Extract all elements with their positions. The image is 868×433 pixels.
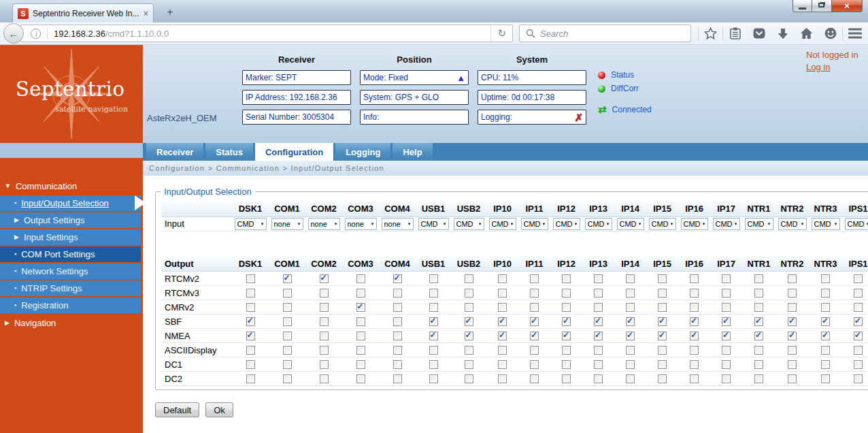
output-checkbox-sbf-ntr3[interactable]: ✓ xyxy=(821,317,830,326)
sidebar-item-com-port-settings[interactable]: ▪COM Port Settings xyxy=(0,246,141,262)
output-checkbox-sbf-com2[interactable]: ✓ xyxy=(320,317,329,326)
restore-button[interactable] xyxy=(812,0,831,12)
output-checkbox-asciidisplay-ip13[interactable]: ✓ xyxy=(594,346,603,355)
output-checkbox-dc2-ip17[interactable]: ✓ xyxy=(722,374,731,383)
output-checkbox-asciidisplay-ip12[interactable]: ✓ xyxy=(562,346,571,355)
input-select-usb2[interactable]: CMD▼ xyxy=(454,218,484,230)
output-checkbox-rtcmv3-dsk1[interactable]: ✓ xyxy=(246,289,255,298)
output-checkbox-dc2-com2[interactable]: ✓ xyxy=(320,374,329,383)
output-checkbox-dc1-ip13[interactable]: ✓ xyxy=(594,360,603,369)
output-checkbox-rtcmv2-ip13[interactable]: ✓ xyxy=(594,274,603,283)
output-checkbox-rtcmv2-ip17[interactable]: ✓ xyxy=(722,274,731,283)
input-select-usb1[interactable]: CMD▼ xyxy=(418,218,449,230)
output-checkbox-dc1-dsk1[interactable]: ✓ xyxy=(246,360,255,369)
output-checkbox-nmea-ip10[interactable]: ✓ xyxy=(498,332,507,340)
output-checkbox-dc2-dsk1[interactable]: ✓ xyxy=(246,374,255,383)
output-checkbox-dc1-ip17[interactable]: ✓ xyxy=(722,360,731,369)
output-checkbox-sbf-ip13[interactable]: ✓ xyxy=(594,317,603,326)
input-select-ntr1[interactable]: CMD▼ xyxy=(745,218,773,230)
browser-tab[interactable]: S Septentrio Receiver Web In... × xyxy=(12,3,154,22)
output-checkbox-asciidisplay-ip16[interactable]: ✓ xyxy=(690,346,699,355)
default-button[interactable]: Default xyxy=(155,402,199,417)
output-checkbox-dc1-ip12[interactable]: ✓ xyxy=(562,360,571,369)
output-checkbox-asciidisplay-com3[interactable]: ✓ xyxy=(356,346,365,355)
output-checkbox-rtcmv3-com1[interactable]: ✓ xyxy=(283,289,292,298)
output-checkbox-dc1-com3[interactable]: ✓ xyxy=(356,360,365,369)
output-checkbox-rtcmv2-ip16[interactable]: ✓ xyxy=(690,274,699,283)
output-checkbox-dc2-ip10[interactable]: ✓ xyxy=(498,374,507,383)
output-checkbox-dc1-ips1[interactable]: ✓ xyxy=(854,360,863,369)
output-checkbox-dc1-com1[interactable]: ✓ xyxy=(283,360,292,369)
output-checkbox-rtcmv3-ip15[interactable]: ✓ xyxy=(658,289,667,298)
input-select-ntr3[interactable]: CMD▼ xyxy=(812,218,840,230)
output-checkbox-dc1-ntr1[interactable]: ✓ xyxy=(754,360,763,369)
output-checkbox-cmrv2-com4[interactable]: ✓ xyxy=(393,303,402,312)
output-checkbox-asciidisplay-ip17[interactable]: ✓ xyxy=(722,346,731,355)
output-checkbox-asciidisplay-ip14[interactable]: ✓ xyxy=(626,346,635,355)
tab-status[interactable]: Status xyxy=(205,143,253,161)
output-checkbox-dc1-usb1[interactable]: ✓ xyxy=(429,360,438,369)
output-checkbox-sbf-usb1[interactable]: ✓ xyxy=(429,317,438,326)
input-select-ip16[interactable]: CMD▼ xyxy=(681,218,708,230)
back-button[interactable]: ← xyxy=(3,23,24,44)
input-select-ntr2[interactable]: CMD▼ xyxy=(778,218,807,230)
output-checkbox-sbf-ip10[interactable]: ✓ xyxy=(498,317,507,326)
home-icon[interactable] xyxy=(795,27,818,39)
output-checkbox-dc2-com1[interactable]: ✓ xyxy=(283,374,292,383)
output-checkbox-rtcmv2-ip11[interactable]: ✓ xyxy=(530,274,539,283)
output-checkbox-sbf-ip15[interactable]: ✓ xyxy=(658,317,667,326)
output-checkbox-sbf-ntr2[interactable]: ✓ xyxy=(788,317,797,326)
output-checkbox-sbf-ip11[interactable]: ✓ xyxy=(530,317,539,326)
output-checkbox-nmea-ntr1[interactable]: ✓ xyxy=(754,332,763,340)
output-checkbox-nmea-ip16[interactable]: ✓ xyxy=(690,332,699,340)
output-checkbox-asciidisplay-dsk1[interactable]: ✓ xyxy=(246,346,255,355)
output-checkbox-nmea-usb1[interactable]: ✓ xyxy=(429,332,438,340)
url-bar[interactable]: i 192.168.2.36/cmd?1.1.10.0.0 ↻ xyxy=(20,25,513,42)
output-checkbox-cmrv2-dsk1[interactable]: ✓ xyxy=(246,303,255,312)
input-select-com3[interactable]: none▼ xyxy=(345,218,377,230)
output-checkbox-dc1-com4[interactable]: ✓ xyxy=(393,360,402,369)
output-checkbox-rtcmv2-dsk1[interactable]: ✓ xyxy=(246,274,255,283)
tab-help[interactable]: Help xyxy=(393,143,432,161)
output-checkbox-cmrv2-usb2[interactable]: ✓ xyxy=(465,303,473,312)
output-checkbox-nmea-ip13[interactable]: ✓ xyxy=(594,332,603,340)
output-checkbox-dc1-ip16[interactable]: ✓ xyxy=(690,360,699,369)
output-checkbox-rtcmv2-com3[interactable]: ✓ xyxy=(356,274,365,283)
input-select-ip17[interactable]: CMD▼ xyxy=(713,218,740,230)
close-button[interactable]: × xyxy=(831,0,863,12)
output-checkbox-sbf-ip17[interactable]: ✓ xyxy=(722,317,731,326)
input-select-ips1[interactable]: CMD▼ xyxy=(845,218,868,230)
output-checkbox-rtcmv3-com3[interactable]: ✓ xyxy=(356,289,365,298)
output-checkbox-rtcmv3-com4[interactable]: ✓ xyxy=(393,289,402,298)
output-checkbox-cmrv2-ip13[interactable]: ✓ xyxy=(594,303,603,312)
output-checkbox-sbf-com4[interactable]: ✓ xyxy=(393,317,402,326)
output-checkbox-rtcmv2-com1[interactable]: ✓ xyxy=(283,274,292,283)
output-checkbox-rtcmv3-ip10[interactable]: ✓ xyxy=(498,289,507,298)
output-checkbox-cmrv2-ntr1[interactable]: ✓ xyxy=(754,303,763,312)
new-tab-button[interactable]: + xyxy=(161,5,180,20)
output-checkbox-rtcmv2-usb2[interactable]: ✓ xyxy=(465,274,473,283)
output-checkbox-dc2-ip15[interactable]: ✓ xyxy=(658,374,667,383)
output-checkbox-asciidisplay-ntr2[interactable]: ✓ xyxy=(788,346,797,355)
output-checkbox-dc2-ip16[interactable]: ✓ xyxy=(690,374,699,383)
sidebar-section-communication[interactable]: ▼Communication xyxy=(0,178,143,194)
input-select-ip10[interactable]: CMD▼ xyxy=(489,218,516,230)
output-checkbox-dc2-ip12[interactable]: ✓ xyxy=(562,374,571,383)
reading-list-icon[interactable] xyxy=(723,27,747,39)
login-link[interactable]: Log in xyxy=(806,61,858,74)
output-checkbox-rtcmv2-ip10[interactable]: ✓ xyxy=(498,274,507,283)
output-checkbox-asciidisplay-ntr1[interactable]: ✓ xyxy=(754,346,763,355)
output-checkbox-rtcmv3-ips1[interactable]: ✓ xyxy=(854,289,863,298)
input-select-com4[interactable]: none▼ xyxy=(382,218,414,230)
output-checkbox-nmea-com2[interactable]: ✓ xyxy=(320,332,329,340)
output-checkbox-dc1-ip15[interactable]: ✓ xyxy=(658,360,667,369)
output-checkbox-dc2-ip11[interactable]: ✓ xyxy=(530,374,539,383)
output-checkbox-nmea-ntr2[interactable]: ✓ xyxy=(788,332,797,340)
output-checkbox-rtcmv3-ntr2[interactable]: ✓ xyxy=(788,289,797,298)
search-input[interactable]: Search xyxy=(519,25,691,42)
input-select-ip14[interactable]: CMD▼ xyxy=(617,218,644,230)
output-checkbox-nmea-com1[interactable]: ✓ xyxy=(283,332,292,340)
output-checkbox-cmrv2-ip11[interactable]: ✓ xyxy=(530,303,539,312)
sidebar-item-network-settings[interactable]: ▪Network Settings xyxy=(0,263,141,279)
output-checkbox-dc1-ip14[interactable]: ✓ xyxy=(626,360,635,369)
